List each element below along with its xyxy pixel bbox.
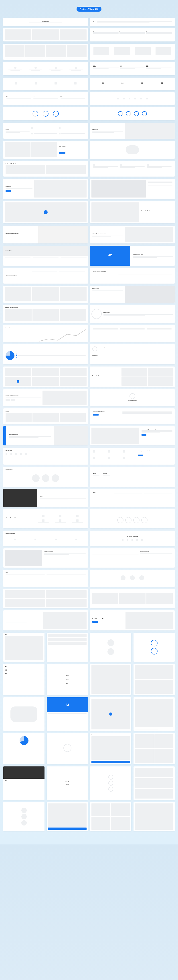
title: Performance (6, 186, 33, 187)
play-icon[interactable] (17, 380, 19, 383)
card-3list (90, 161, 175, 177)
stat: 89' (66, 682, 69, 684)
title: Upgrading plans you need to see (92, 232, 123, 234)
card-4sq-grid (3, 589, 88, 608)
app-badge[interactable] (6, 399, 10, 401)
title: Fun Ideas To Stay Creative (6, 163, 86, 164)
cta-button[interactable] (6, 190, 11, 192)
card-upgrading: Upgrading plans you need to see (90, 226, 175, 243)
card-services-we-can-circles: Services we can (3, 467, 88, 487)
subtitle: Recruitment (92, 355, 172, 356)
s: 1 (110, 776, 111, 778)
pct: 62% (65, 781, 69, 783)
title: Construction Process (6, 533, 86, 534)
mobile-card: About (3, 767, 44, 800)
card-4nums-row: 42—16—89—72— (90, 78, 175, 90)
title: Get your free quote today (6, 327, 36, 328)
step-4: 4 (144, 519, 145, 520)
mobile-card: 42 (47, 697, 88, 731)
play-icon[interactable] (44, 210, 47, 214)
card-performance: Performance (3, 179, 88, 199)
app-badge[interactable] (11, 399, 15, 401)
card-looking-more: Looking for more service plan (90, 448, 175, 465)
mobile-card: About (3, 633, 44, 662)
title: Beautiful Slideshow. Increased Conversio… (6, 619, 41, 619)
cta-button[interactable] (142, 434, 146, 436)
card-3circles-row (90, 570, 175, 587)
mobile-card: 42'72'89' (47, 664, 88, 695)
cta[interactable] (48, 827, 87, 830)
title: Free test drive (6, 450, 86, 451)
card-available-smartphone: Available for your smartphone (3, 389, 88, 406)
mobile-card (134, 697, 175, 731)
card-3cols-lines (90, 325, 175, 342)
pie-chart-icon (6, 351, 14, 360)
card-advanced-moving: Advanced moving equipments (3, 305, 88, 323)
card-big-image-list (90, 179, 175, 199)
mobile-card (47, 733, 88, 764)
title: We have got you covered (127, 536, 138, 537)
play-icon[interactable] (109, 713, 112, 716)
num-02: 02. (120, 65, 145, 67)
wireframe-grid: Company Values About ——— 01.02.03. 42—16… (3, 18, 175, 831)
card-manage-weekly: Manage Your Weekly (90, 201, 175, 223)
card-4icons-underline (3, 62, 88, 75)
mobile-card (134, 664, 175, 695)
mobile-card (134, 802, 175, 831)
card-quality-infra: Quality infrastructure (3, 549, 88, 568)
card-world-quality: World qualityRecruitment (90, 344, 175, 364)
title: All over the world (92, 511, 172, 512)
big-stat: 42 (109, 253, 112, 257)
card-we-covered: We have got you covered (90, 531, 175, 546)
card-fun-ideas: Fun Ideas To Stay Creative (3, 161, 88, 177)
mobile-card (47, 802, 88, 831)
card-features-icons: Features (3, 123, 88, 138)
title: Manage Your Weekly (142, 210, 172, 212)
card-smart-business: Smart Business (3, 141, 88, 159)
card-about-split: About (3, 570, 88, 587)
percent-a: 62% (93, 473, 99, 474)
title: About (5, 780, 43, 781)
cta-button[interactable] (92, 621, 98, 623)
mobile-card (3, 733, 44, 764)
cta-button[interactable] (59, 152, 65, 154)
cta-button[interactable] (138, 455, 143, 456)
card-data-center: Data Center Global Network (90, 409, 175, 424)
card-3rings (3, 107, 88, 120)
title: Revolutionizing your life everyday (142, 428, 172, 430)
card-digital-analysis: Digital Analysis (90, 305, 175, 323)
title: Quality infrastructure (44, 550, 86, 552)
title: Some of our most popular qual (93, 270, 117, 272)
card-company-values: Company Values (3, 18, 88, 26)
step-1: 1 (120, 519, 121, 520)
card-3col-boxes (3, 28, 88, 41)
cta[interactable] (91, 760, 130, 763)
card-tasteful-resources: Tasteful Resources for Authors (90, 610, 175, 630)
num: 02. (5, 669, 43, 671)
title: Get better service now (9, 434, 51, 435)
card-free-test: Free test drive (3, 448, 88, 465)
step-3: 3 (136, 519, 137, 520)
card-get-better: Get better service now (3, 426, 88, 445)
s: 3 (110, 789, 111, 790)
title: Your premium domain (128, 400, 137, 401)
mobile-card (90, 633, 131, 662)
card-blue-42: 42— —We make your life easy (90, 246, 175, 266)
stat: 42' (66, 675, 69, 677)
card-about: About (90, 18, 175, 26)
title: Looking for more service plan (138, 450, 172, 452)
title: Data Center Global Network (93, 411, 121, 412)
title: What our store (92, 288, 123, 289)
mobile-card (90, 664, 131, 695)
card-your-premium: Your premium domain (90, 389, 175, 406)
stat-a: 42' (6, 95, 31, 97)
cta-button[interactable] (93, 414, 99, 415)
card-free-quote: Get your free quote today (3, 325, 88, 342)
card-small-info: A small info from our clients62%89% (90, 467, 175, 487)
num: 03. (5, 673, 43, 675)
mobile-card (47, 633, 88, 662)
title: About (6, 572, 86, 573)
mobile-card (3, 697, 44, 731)
num-01: 01. (93, 65, 119, 67)
pct: 89% (65, 784, 69, 786)
